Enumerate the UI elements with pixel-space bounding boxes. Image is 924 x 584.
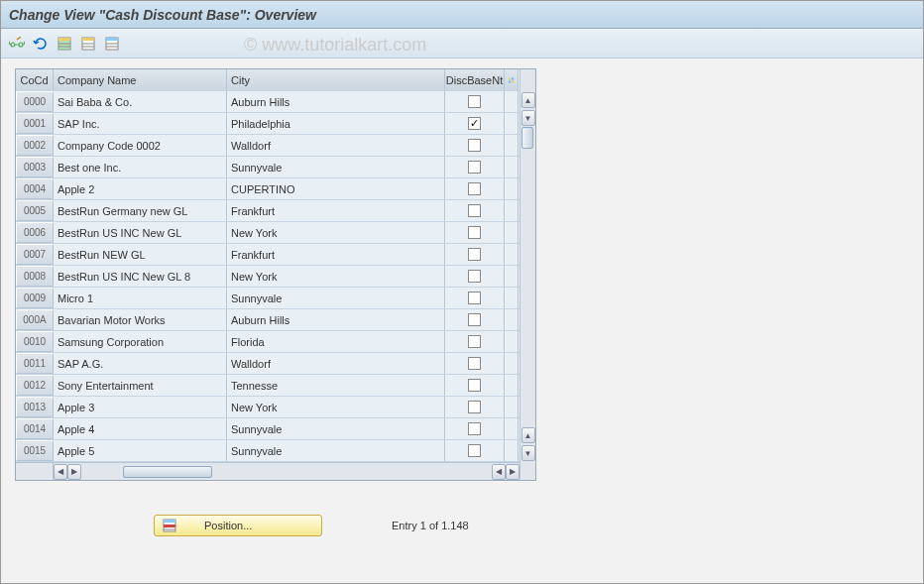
toggle-display-button[interactable]: [7, 34, 27, 54]
table-row[interactable]: 000ABavarian Motor WorksAuburn Hills: [16, 309, 520, 331]
cell-city[interactable]: Frankfurt: [227, 200, 445, 221]
cell-company-name[interactable]: Best one Inc.: [54, 157, 227, 177]
table-row[interactable]: 0002Company Code 0002Walldorf: [16, 135, 520, 157]
cell-cocd[interactable]: 0004: [16, 178, 54, 199]
hscroll-track[interactable]: [83, 465, 490, 479]
cell-company-name[interactable]: Sai Baba & Co.: [54, 91, 227, 112]
table-row[interactable]: 0011SAP A.G.Walldorf: [16, 353, 520, 375]
hscroll-thumb[interactable]: [123, 466, 212, 478]
table-row[interactable]: 0012Sony EntertainmentTennesse: [16, 375, 520, 397]
table-row[interactable]: 0003Best one Inc.Sunnyvale: [16, 157, 520, 178]
discbasent-checkbox[interactable]: [468, 379, 481, 392]
cell-cocd[interactable]: 0002: [16, 135, 54, 156]
discbasent-checkbox[interactable]: [468, 292, 481, 304]
vscroll-down-button[interactable]: ▼: [521, 445, 535, 461]
cell-city[interactable]: New York: [227, 397, 445, 417]
cell-cocd[interactable]: 0010: [16, 331, 54, 352]
cell-company-name[interactable]: SAP A.G.: [54, 353, 227, 374]
discbasent-checkbox[interactable]: [468, 95, 481, 108]
table-row[interactable]: 0015Apple 5Sunnyvale: [16, 440, 520, 462]
select-all-button[interactable]: [55, 34, 74, 54]
cell-city[interactable]: Sunnyvale: [227, 157, 445, 177]
cell-cocd[interactable]: 000A: [16, 309, 54, 330]
vscroll-line-down-button[interactable]: ▲: [521, 427, 535, 443]
hscroll-right-button[interactable]: ▶: [506, 464, 520, 480]
table-row[interactable]: 0005BestRun Germany new GLFrankfurt: [16, 200, 520, 222]
cell-cocd[interactable]: 0014: [16, 418, 54, 439]
cell-company-name[interactable]: Sony Entertainment: [54, 375, 227, 396]
table-row[interactable]: 0014Apple 4Sunnyvale: [16, 418, 520, 440]
cell-company-name[interactable]: BestRun NEW GL: [54, 244, 227, 265]
header-cocd[interactable]: CoCd: [16, 69, 54, 90]
discbasent-checkbox[interactable]: [468, 270, 481, 283]
table-settings-button[interactable]: [505, 69, 519, 90]
cell-city[interactable]: Auburn Hills: [227, 309, 445, 330]
cell-city[interactable]: Auburn Hills: [227, 91, 445, 112]
cell-cocd[interactable]: 0011: [16, 353, 54, 374]
discbasent-checkbox[interactable]: [468, 139, 481, 152]
undo-button[interactable]: [31, 34, 51, 54]
cell-city[interactable]: Sunnyvale: [227, 418, 445, 439]
cell-city[interactable]: Sunnyvale: [227, 440, 445, 461]
cell-company-name[interactable]: Apple 2: [54, 178, 227, 199]
discbasent-checkbox[interactable]: [468, 444, 481, 457]
discbasent-checkbox[interactable]: [468, 226, 481, 239]
save-button[interactable]: [102, 34, 122, 54]
cell-company-name[interactable]: Company Code 0002: [54, 135, 227, 156]
cell-company-name[interactable]: BestRun US INC New GL 8: [54, 266, 227, 287]
table-row[interactable]: 0007BestRun NEW GLFrankfurt: [16, 244, 520, 266]
cell-cocd[interactable]: 0012: [16, 375, 54, 396]
cell-city[interactable]: New York: [227, 266, 445, 287]
table-row[interactable]: 0010Samsung CorporationFlorida: [16, 331, 520, 353]
cell-company-name[interactable]: Samsung Corporation: [54, 331, 227, 352]
table-row[interactable]: 0013Apple 3New York: [16, 397, 520, 418]
cell-cocd[interactable]: 0000: [16, 91, 54, 112]
discbasent-checkbox[interactable]: [468, 422, 481, 435]
cell-city[interactable]: Walldorf: [227, 353, 445, 374]
cell-company-name[interactable]: Bavarian Motor Works: [54, 309, 227, 330]
cell-company-name[interactable]: Micro 1: [54, 288, 227, 308]
header-city[interactable]: City: [227, 69, 445, 90]
cell-city[interactable]: Sunnyvale: [227, 288, 445, 308]
cell-company-name[interactable]: Apple 4: [54, 418, 227, 439]
cell-cocd[interactable]: 0008: [16, 266, 54, 287]
discbasent-checkbox[interactable]: [468, 161, 481, 174]
vscroll-up-button[interactable]: ▲: [521, 92, 535, 108]
deselect-all-button[interactable]: [78, 34, 98, 54]
hscroll-col-right-button[interactable]: ◀: [492, 464, 506, 480]
vscroll-line-up-button[interactable]: ▼: [521, 110, 535, 126]
cell-cocd[interactable]: 0007: [16, 244, 54, 265]
cell-company-name[interactable]: BestRun US INC New GL: [54, 222, 227, 243]
header-discbasent[interactable]: DiscBaseNt: [445, 69, 505, 90]
discbasent-checkbox[interactable]: [468, 117, 481, 130]
cell-cocd[interactable]: 0013: [16, 397, 54, 417]
discbasent-checkbox[interactable]: [468, 182, 481, 195]
header-company-name[interactable]: Company Name: [54, 69, 227, 90]
cell-city[interactable]: Florida: [227, 331, 445, 352]
cell-cocd[interactable]: 0003: [16, 157, 54, 177]
cell-company-name[interactable]: SAP Inc.: [54, 113, 227, 134]
vscroll-thumb[interactable]: [521, 127, 533, 149]
cell-city[interactable]: Philadelphia: [227, 113, 445, 134]
cell-cocd[interactable]: 0009: [16, 288, 54, 308]
discbasent-checkbox[interactable]: [468, 335, 481, 348]
position-button[interactable]: Position...: [154, 515, 322, 536]
cell-city[interactable]: Tennesse: [227, 375, 445, 396]
cell-city[interactable]: CUPERTINO: [227, 178, 445, 199]
discbasent-checkbox[interactable]: [468, 248, 481, 261]
vscroll-track[interactable]: [520, 127, 535, 426]
table-row[interactable]: 0009Micro 1Sunnyvale: [16, 288, 520, 309]
table-row[interactable]: 0000Sai Baba & Co.Auburn Hills: [16, 91, 520, 113]
cell-cocd[interactable]: 0006: [16, 222, 54, 243]
table-row[interactable]: 0008BestRun US INC New GL 8New York: [16, 266, 520, 288]
discbasent-checkbox[interactable]: [468, 313, 481, 326]
cell-city[interactable]: Frankfurt: [227, 244, 445, 265]
cell-city[interactable]: New York: [227, 222, 445, 243]
table-row[interactable]: 0006BestRun US INC New GLNew York: [16, 222, 520, 244]
cell-company-name[interactable]: Apple 5: [54, 440, 227, 461]
cell-company-name[interactable]: BestRun Germany new GL: [54, 200, 227, 221]
cell-cocd[interactable]: 0015: [16, 440, 54, 461]
discbasent-checkbox[interactable]: [468, 204, 481, 217]
cell-city[interactable]: Walldorf: [227, 135, 445, 156]
discbasent-checkbox[interactable]: [468, 357, 481, 370]
